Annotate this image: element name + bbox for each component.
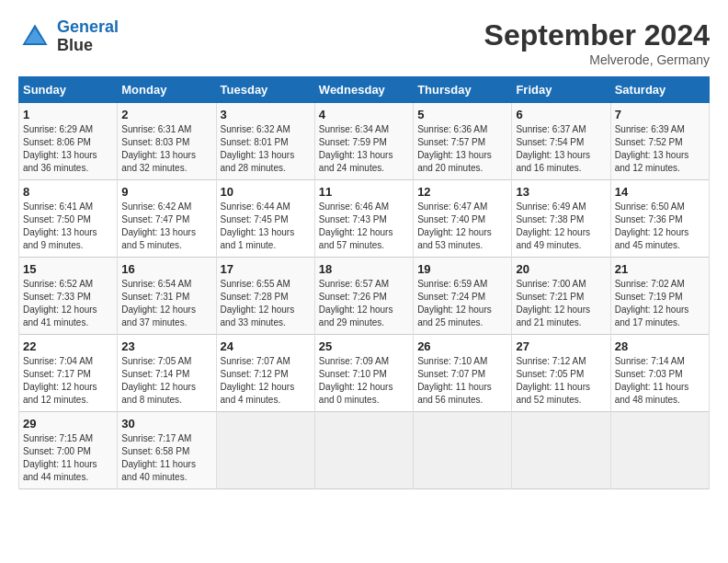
day-number: 21: [615, 262, 705, 276]
day-info: Sunrise: 6:42 AM Sunset: 7:47 PM Dayligh…: [121, 201, 211, 252]
day-info: Sunrise: 6:44 AM Sunset: 7:45 PM Dayligh…: [221, 201, 311, 252]
calendar-cell: [610, 412, 709, 489]
day-number: 28: [615, 339, 705, 353]
calendar-cell: 20 Sunrise: 7:00 AM Sunset: 7:21 PM Dayl…: [512, 258, 610, 335]
day-number: 27: [516, 339, 606, 353]
day-info: Sunrise: 7:07 AM Sunset: 7:12 PM Dayligh…: [221, 355, 311, 407]
calendar-cell: 13 Sunrise: 6:49 AM Sunset: 7:38 PM Dayl…: [512, 180, 610, 258]
logo-text: General Blue: [57, 18, 119, 55]
calendar-week-row: 8 Sunrise: 6:41 AM Sunset: 7:50 PM Dayli…: [19, 180, 710, 258]
day-number: 29: [23, 417, 113, 431]
calendar-cell: 17 Sunrise: 6:55 AM Sunset: 7:28 PM Dayl…: [216, 258, 314, 335]
calendar-cell: 1 Sunrise: 6:29 AM Sunset: 8:06 PM Dayli…: [19, 103, 118, 180]
day-info: Sunrise: 6:32 AM Sunset: 8:01 PM Dayligh…: [221, 123, 311, 175]
day-info: Sunrise: 7:09 AM Sunset: 7:10 PM Dayligh…: [319, 355, 409, 407]
calendar-cell: 25 Sunrise: 7:09 AM Sunset: 7:10 PM Dayl…: [314, 335, 413, 412]
day-info: Sunrise: 6:41 AM Sunset: 7:50 PM Dayligh…: [23, 201, 113, 252]
day-info: Sunrise: 7:10 AM Sunset: 7:07 PM Dayligh…: [417, 355, 507, 407]
day-number: 8: [23, 185, 113, 199]
calendar-cell: 3 Sunrise: 6:32 AM Sunset: 8:01 PM Dayli…: [216, 103, 314, 180]
calendar-week-row: 1 Sunrise: 6:29 AM Sunset: 8:06 PM Dayli…: [19, 103, 710, 180]
day-info: Sunrise: 6:52 AM Sunset: 7:33 PM Dayligh…: [23, 278, 113, 329]
day-info: Sunrise: 6:47 AM Sunset: 7:40 PM Dayligh…: [417, 201, 507, 252]
day-number: 1: [23, 108, 113, 121]
day-number: 3: [221, 108, 311, 121]
day-info: Sunrise: 7:12 AM Sunset: 7:05 PM Dayligh…: [516, 355, 606, 407]
day-info: Sunrise: 6:49 AM Sunset: 7:38 PM Dayligh…: [516, 201, 606, 252]
day-number: 22: [23, 339, 113, 353]
calendar-week-row: 29 Sunrise: 7:15 AM Sunset: 7:00 PM Dayl…: [19, 412, 710, 489]
calendar-cell: 24 Sunrise: 7:07 AM Sunset: 7:12 PM Dayl…: [216, 335, 314, 412]
day-info: Sunrise: 7:02 AM Sunset: 7:19 PM Dayligh…: [615, 278, 705, 329]
day-info: Sunrise: 7:17 AM Sunset: 6:58 PM Dayligh…: [121, 432, 211, 484]
calendar-week-row: 15 Sunrise: 6:52 AM Sunset: 7:33 PM Dayl…: [19, 258, 710, 335]
calendar-cell: 5 Sunrise: 6:36 AM Sunset: 7:57 PM Dayli…: [414, 103, 512, 180]
day-info: Sunrise: 6:46 AM Sunset: 7:43 PM Dayligh…: [319, 201, 409, 252]
day-number: 17: [221, 262, 311, 276]
weekday-header: Tuesday: [216, 77, 314, 103]
day-info: Sunrise: 7:04 AM Sunset: 7:17 PM Dayligh…: [23, 355, 113, 407]
day-number: 13: [516, 185, 606, 199]
day-number: 26: [417, 339, 507, 353]
calendar-week-row: 22 Sunrise: 7:04 AM Sunset: 7:17 PM Dayl…: [19, 335, 710, 412]
calendar-cell: 9 Sunrise: 6:42 AM Sunset: 7:47 PM Dayli…: [118, 180, 216, 258]
day-info: Sunrise: 6:36 AM Sunset: 7:57 PM Dayligh…: [417, 123, 507, 175]
day-info: Sunrise: 7:15 AM Sunset: 7:00 PM Dayligh…: [23, 432, 113, 484]
day-info: Sunrise: 6:54 AM Sunset: 7:31 PM Dayligh…: [121, 278, 211, 329]
logo-icon: [18, 20, 51, 53]
calendar-cell: 14 Sunrise: 6:50 AM Sunset: 7:36 PM Dayl…: [610, 180, 709, 258]
day-info: Sunrise: 7:05 AM Sunset: 7:14 PM Dayligh…: [121, 355, 211, 407]
calendar-cell: 2 Sunrise: 6:31 AM Sunset: 8:03 PM Dayli…: [118, 103, 216, 180]
calendar-cell: 11 Sunrise: 6:46 AM Sunset: 7:43 PM Dayl…: [314, 180, 413, 258]
logo: General Blue: [18, 18, 119, 55]
day-info: Sunrise: 6:57 AM Sunset: 7:26 PM Dayligh…: [319, 278, 409, 329]
day-info: Sunrise: 6:50 AM Sunset: 7:36 PM Dayligh…: [615, 201, 705, 252]
calendar-body: 1 Sunrise: 6:29 AM Sunset: 8:06 PM Dayli…: [19, 103, 710, 489]
day-number: 4: [319, 108, 409, 121]
day-number: 11: [319, 185, 409, 199]
day-info: Sunrise: 6:31 AM Sunset: 8:03 PM Dayligh…: [121, 123, 211, 175]
calendar-cell: [414, 412, 512, 489]
day-number: 18: [319, 262, 409, 276]
calendar-cell: [314, 412, 413, 489]
day-number: 5: [417, 108, 507, 121]
page-header: General Blue September 2024 Melverode, G…: [18, 18, 710, 67]
calendar-cell: 19 Sunrise: 6:59 AM Sunset: 7:24 PM Dayl…: [414, 258, 512, 335]
day-number: 19: [417, 262, 507, 276]
weekday-header: Friday: [512, 77, 610, 103]
location: Melverode, Germany: [484, 52, 710, 67]
calendar-cell: 4 Sunrise: 6:34 AM Sunset: 7:59 PM Dayli…: [314, 103, 413, 180]
day-number: 20: [516, 262, 606, 276]
calendar-cell: 10 Sunrise: 6:44 AM Sunset: 7:45 PM Dayl…: [216, 180, 314, 258]
calendar-cell: 27 Sunrise: 7:12 AM Sunset: 7:05 PM Dayl…: [512, 335, 610, 412]
day-number: 15: [23, 262, 113, 276]
calendar-cell: 15 Sunrise: 6:52 AM Sunset: 7:33 PM Dayl…: [19, 258, 118, 335]
day-info: Sunrise: 6:55 AM Sunset: 7:28 PM Dayligh…: [221, 278, 311, 329]
day-info: Sunrise: 6:59 AM Sunset: 7:24 PM Dayligh…: [417, 278, 507, 329]
calendar-cell: [216, 412, 314, 489]
calendar-header: SundayMondayTuesdayWednesdayThursdayFrid…: [19, 77, 710, 103]
calendar-cell: [512, 412, 610, 489]
day-number: 25: [319, 339, 409, 353]
day-number: 7: [615, 108, 705, 121]
day-info: Sunrise: 6:34 AM Sunset: 7:59 PM Dayligh…: [319, 123, 409, 175]
calendar-cell: 29 Sunrise: 7:15 AM Sunset: 7:00 PM Dayl…: [19, 412, 118, 489]
day-info: Sunrise: 7:14 AM Sunset: 7:03 PM Dayligh…: [615, 355, 705, 407]
logo-line2: Blue: [57, 37, 119, 55]
calendar-table: SundayMondayTuesdayWednesdayThursdayFrid…: [18, 76, 710, 489]
title-block: September 2024 Melverode, Germany: [484, 18, 710, 67]
month-title: September 2024: [484, 18, 710, 52]
day-info: Sunrise: 6:37 AM Sunset: 7:54 PM Dayligh…: [516, 123, 606, 175]
weekday-header: Monday: [118, 77, 216, 103]
calendar-cell: 30 Sunrise: 7:17 AM Sunset: 6:58 PM Dayl…: [118, 412, 216, 489]
day-number: 6: [516, 108, 606, 121]
calendar-cell: 6 Sunrise: 6:37 AM Sunset: 7:54 PM Dayli…: [512, 103, 610, 180]
calendar-cell: 12 Sunrise: 6:47 AM Sunset: 7:40 PM Dayl…: [414, 180, 512, 258]
day-info: Sunrise: 6:39 AM Sunset: 7:52 PM Dayligh…: [615, 123, 705, 175]
weekday-header: Saturday: [610, 77, 709, 103]
day-number: 10: [221, 185, 311, 199]
day-number: 14: [615, 185, 705, 199]
day-number: 2: [121, 108, 211, 121]
calendar-cell: 18 Sunrise: 6:57 AM Sunset: 7:26 PM Dayl…: [314, 258, 413, 335]
day-info: Sunrise: 7:00 AM Sunset: 7:21 PM Dayligh…: [516, 278, 606, 329]
